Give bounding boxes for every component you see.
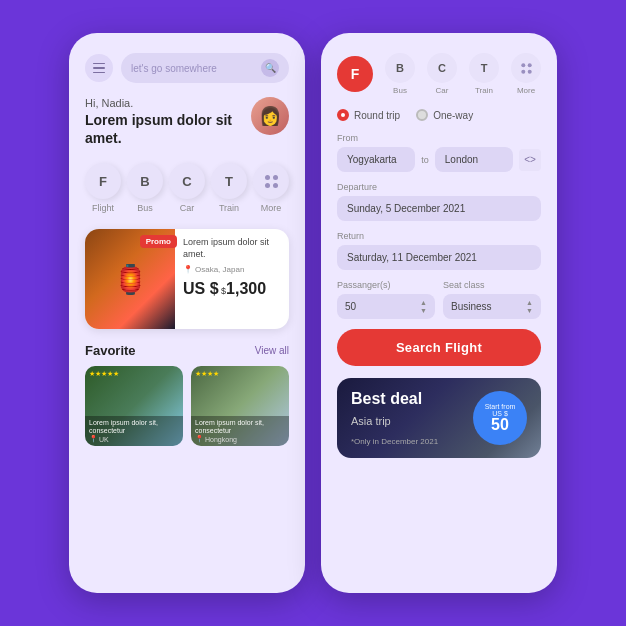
transport-flight[interactable]: F Flight — [85, 163, 121, 213]
more-label: More — [261, 203, 282, 213]
p2-train-circle: T — [469, 53, 499, 83]
menu-icon[interactable] — [85, 54, 113, 82]
train-circle: T — [211, 163, 247, 199]
swap-icon[interactable]: <> — [519, 149, 541, 171]
seat-up[interactable]: ▲ — [526, 299, 533, 306]
favorites-row: ★★★★★ Lorem ipsum dolor sit, consectetur… — [85, 366, 289, 446]
phone-2: F B Bus C Car T Train More — [321, 33, 557, 593]
favorites-header: Favorite View all — [85, 343, 289, 358]
passengers-input[interactable]: 50 ▲ ▼ — [337, 294, 435, 319]
view-all-button[interactable]: View all — [255, 345, 289, 356]
flight-active-icon[interactable]: F — [337, 56, 373, 92]
search-placeholder: let's go somewhere — [131, 63, 217, 74]
round-trip-label: Round trip — [354, 110, 400, 121]
promo-info: Lorem ipsum dolor sit amet. 📍 Osaka, Jap… — [175, 229, 289, 329]
fav-text-2: Lorem ipsum dolor sit, consectetur — [195, 419, 285, 436]
avatar: 👩 — [251, 97, 289, 135]
greeting-section: Hi, Nadia. Lorem ipsum dolor sit amet. 👩 — [85, 97, 289, 149]
promo-image: 🏮 Promo — [85, 229, 175, 329]
transport-bus[interactable]: B Bus — [127, 163, 163, 213]
round-trip-option[interactable]: Round trip — [337, 109, 400, 121]
return-input[interactable]: Saturday, 11 December 2021 — [337, 245, 541, 270]
greeting-hi: Hi, Nadia. — [85, 97, 251, 109]
p2-train-label: Train — [475, 86, 493, 95]
more-circle — [253, 163, 289, 199]
p2-train[interactable]: T Train — [469, 53, 499, 95]
promo-title: Lorem ipsum dolor sit amet. — [183, 237, 281, 260]
p2-bus[interactable]: B Bus — [385, 53, 415, 95]
promo-card[interactable]: 🏮 Promo Lorem ipsum dolor sit amet. 📍 Os… — [85, 229, 289, 329]
bus-label: Bus — [137, 203, 153, 213]
promo-badge: Promo — [140, 235, 177, 248]
return-label: Return — [337, 231, 541, 241]
seat-label: Seat class — [443, 280, 541, 290]
from-to-row: Yogyakarta to London <> — [337, 147, 541, 172]
p2-more-circle — [511, 53, 541, 83]
seat-col: Seat class Business ▲ ▼ — [443, 280, 541, 319]
p2-car-label: Car — [436, 86, 449, 95]
phone1-header: let's go somewhere 🔍 — [85, 53, 289, 83]
search-flight-button[interactable]: Search Flight — [337, 329, 541, 366]
car-label: Car — [180, 203, 195, 213]
fav-text-1: Lorem ipsum dolor sit, consectetur — [89, 419, 179, 436]
passengers-seat-row: Passanger(s) 50 ▲ ▼ Seat class Business … — [337, 280, 541, 319]
departure-label: Departure — [337, 182, 541, 192]
greeting-text: Lorem ipsum dolor sit amet. — [85, 111, 251, 147]
search-bar[interactable]: let's go somewhere 🔍 — [121, 53, 289, 83]
bus-circle: B — [127, 163, 163, 199]
p2-car-circle: C — [427, 53, 457, 83]
passengers-spinner[interactable]: ▲ ▼ — [420, 299, 427, 314]
seat-input[interactable]: Business ▲ ▼ — [443, 294, 541, 319]
best-deal-card[interactable]: Best deal Asia trip *Only in December 20… — [337, 378, 541, 458]
promo-location: 📍 Osaka, Japan — [183, 265, 281, 274]
car-circle: C — [169, 163, 205, 199]
phone-1: let's go somewhere 🔍 Hi, Nadia. Lorem ip… — [69, 33, 305, 593]
trip-type-row: Round trip One-way — [337, 109, 541, 121]
pin-icon: 📍 — [183, 265, 193, 274]
passengers-down[interactable]: ▼ — [420, 307, 427, 314]
passengers-label: Passanger(s) — [337, 280, 435, 290]
transport-car[interactable]: C Car — [169, 163, 205, 213]
stars-2: ★★★★ — [195, 370, 219, 378]
promo-price: US $ $1,300 — [183, 280, 281, 298]
one-way-label: One-way — [433, 110, 473, 121]
favorite-item-2[interactable]: ★★★★ Lorem ipsum dolor sit, consectetur … — [191, 366, 289, 446]
to-label: to — [421, 155, 429, 165]
p2-bus-circle: B — [385, 53, 415, 83]
best-deal-price: Start from US $ 50 — [473, 391, 527, 445]
favorite-item-1[interactable]: ★★★★★ Lorem ipsum dolor sit, consectetur… — [85, 366, 183, 446]
phone2-header: F B Bus C Car T Train More — [337, 53, 541, 95]
transport-more[interactable]: More — [253, 163, 289, 213]
flight-label: Flight — [92, 203, 114, 213]
flight-circle: F — [85, 163, 121, 199]
seat-spinner[interactable]: ▲ ▼ — [526, 299, 533, 314]
seat-down[interactable]: ▼ — [526, 307, 533, 314]
transport-nav: F Flight B Bus C Car T Train — [85, 163, 289, 213]
transport-train[interactable]: T Train — [211, 163, 247, 213]
fav-loc-1: 📍 UK — [89, 435, 179, 443]
round-trip-radio[interactable] — [337, 109, 349, 121]
to-input[interactable]: London — [435, 147, 513, 172]
from-input[interactable]: Yogyakarta — [337, 147, 415, 172]
p2-more[interactable]: More — [511, 53, 541, 95]
stars-1: ★★★★★ — [89, 370, 119, 378]
p2-more-label: More — [517, 86, 535, 95]
one-way-option[interactable]: One-way — [416, 109, 473, 121]
train-label: Train — [219, 203, 239, 213]
from-label: From — [337, 133, 541, 143]
search-icon: 🔍 — [261, 59, 279, 77]
one-way-radio[interactable] — [416, 109, 428, 121]
passengers-up[interactable]: ▲ — [420, 299, 427, 306]
p2-bus-label: Bus — [393, 86, 407, 95]
fav-loc-2: 📍 Hongkong — [195, 435, 285, 443]
passengers-col: Passanger(s) 50 ▲ ▼ — [337, 280, 435, 319]
departure-input[interactable]: Sunday, 5 December 2021 — [337, 196, 541, 221]
favorites-title: Favorite — [85, 343, 136, 358]
p2-car[interactable]: C Car — [427, 53, 457, 95]
